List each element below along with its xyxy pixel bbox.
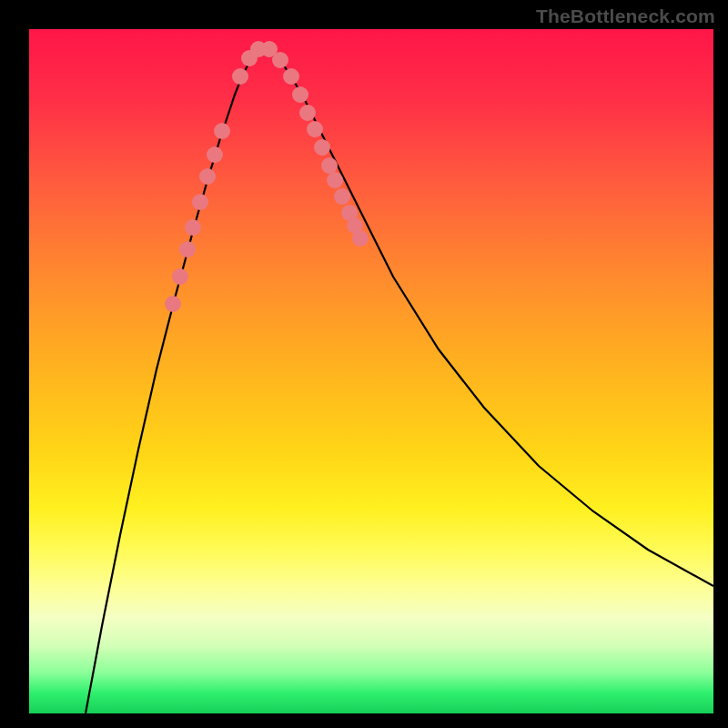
data-marker	[185, 219, 201, 236]
data-marker	[165, 296, 181, 312]
data-marker	[352, 230, 369, 247]
data-marker	[214, 123, 230, 139]
data-marker	[299, 105, 316, 121]
data-marker	[292, 86, 308, 103]
data-marker	[179, 241, 196, 258]
data-marker	[199, 168, 216, 185]
plot-area	[29, 29, 713, 713]
data-marker	[283, 68, 299, 85]
attribution-text: TheBottleneck.com	[536, 5, 715, 27]
marker-layer	[29, 29, 713, 713]
data-marker	[172, 268, 188, 285]
data-marker	[232, 68, 248, 85]
data-marker	[192, 194, 208, 210]
data-marker	[207, 147, 223, 163]
data-marker	[334, 188, 350, 205]
chart-frame: TheBottleneck.com	[0, 0, 728, 728]
data-marker	[314, 139, 330, 156]
data-marker	[307, 121, 323, 137]
data-marker	[272, 52, 288, 68]
data-marker	[327, 172, 343, 188]
